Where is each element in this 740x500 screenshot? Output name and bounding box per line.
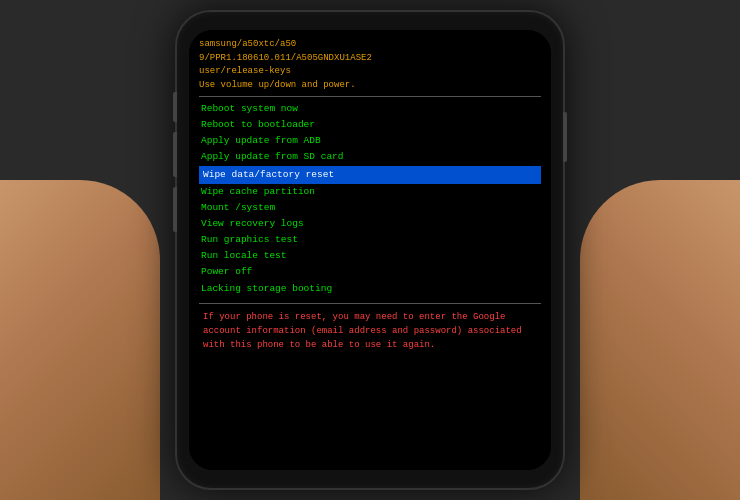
menu-item-0: Reboot system now xyxy=(199,101,541,117)
menu-item-3: Apply update from SD card xyxy=(199,149,541,165)
header-line-1: samsung/a50xtc/a50 xyxy=(199,38,541,52)
menu-item-6: Mount /system xyxy=(199,200,541,216)
menu-item-4: Wipe data/factory reset xyxy=(199,166,541,184)
phone-screen: samsung/a50xtc/a50 9/PPR1.180610.011/A50… xyxy=(189,30,551,470)
header-line-2: 9/PPR1.180610.011/A505GNDXU1ASE2 xyxy=(199,52,541,66)
header-line-3: user/release-keys xyxy=(199,65,541,79)
warning-section: If your phone is reset, you may need to … xyxy=(199,303,541,353)
menu-item-7: View recovery logs xyxy=(199,216,541,232)
menu-item-8: Run graphics test xyxy=(199,232,541,248)
header-line-4: Use volume up/down and power. xyxy=(199,79,541,93)
hand-left xyxy=(0,180,160,500)
phone-body: samsung/a50xtc/a50 9/PPR1.180610.011/A50… xyxy=(175,10,565,490)
scene: samsung/a50xtc/a50 9/PPR1.180610.011/A50… xyxy=(0,0,740,500)
warning-text: If your phone is reset, you may need to … xyxy=(199,310,541,353)
menu-item-5: Wipe cache partition xyxy=(199,184,541,200)
bixby-button xyxy=(173,92,177,122)
volume-down-button xyxy=(173,187,177,232)
menu-item-11: Lacking storage booting xyxy=(199,281,541,297)
recovery-menu: Reboot system nowReboot to bootloaderApp… xyxy=(199,101,541,297)
menu-item-2: Apply update from ADB xyxy=(199,133,541,149)
screen-content: samsung/a50xtc/a50 9/PPR1.180610.011/A50… xyxy=(189,30,551,470)
power-button xyxy=(563,112,567,162)
menu-item-10: Power off xyxy=(199,264,541,280)
hand-right xyxy=(580,180,740,500)
menu-item-9: Run locale test xyxy=(199,248,541,264)
volume-up-button xyxy=(173,132,177,177)
menu-item-1: Reboot to bootloader xyxy=(199,117,541,133)
divider-top xyxy=(199,96,541,97)
